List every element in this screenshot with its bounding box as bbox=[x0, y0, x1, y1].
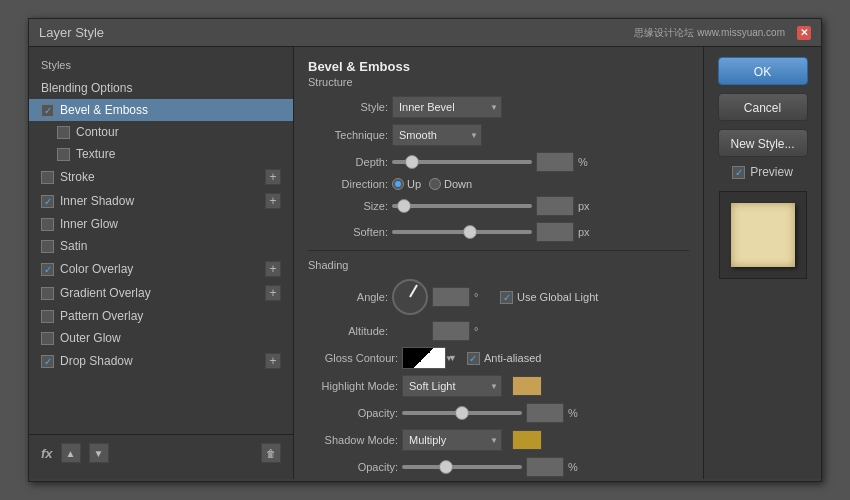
sidebar-item-gradient-overlay[interactable]: Gradient Overlay + bbox=[29, 281, 293, 305]
angle-unit: ° bbox=[474, 291, 490, 303]
highlight-color-swatch[interactable] bbox=[512, 376, 542, 396]
direction-down-radio[interactable]: Down bbox=[429, 178, 472, 190]
stroke-checkbox[interactable] bbox=[41, 171, 54, 184]
close-button[interactable]: ✕ bbox=[797, 26, 811, 40]
inner-glow-checkbox[interactable] bbox=[41, 218, 54, 231]
sidebar-item-outer-glow[interactable]: Outer Glow bbox=[29, 327, 293, 349]
inner-shadow-checkbox[interactable] bbox=[41, 195, 54, 208]
technique-row: Technique: Smooth Chisel Hard Chisel Sof… bbox=[308, 124, 689, 146]
color-overlay-checkbox[interactable] bbox=[41, 263, 54, 276]
sidebar-item-blending[interactable]: Blending Options bbox=[29, 77, 293, 99]
sidebar-item-contour[interactable]: Contour bbox=[29, 121, 293, 143]
depth-slider[interactable] bbox=[392, 160, 532, 164]
direction-radio-group: Up Down bbox=[392, 178, 472, 190]
down-radio-circle bbox=[429, 178, 441, 190]
outer-glow-checkbox[interactable] bbox=[41, 332, 54, 345]
up-radio-circle bbox=[392, 178, 404, 190]
shadow-opacity-row: Opacity: 35 % bbox=[308, 457, 689, 477]
altitude-input[interactable]: 30 bbox=[432, 321, 470, 341]
highlight-mode-select[interactable]: Soft Light Normal Multiply Screen bbox=[402, 375, 502, 397]
depth-label: Depth: bbox=[308, 156, 388, 168]
ok-button[interactable]: OK bbox=[718, 57, 808, 85]
anti-aliased-container[interactable]: Anti-aliased bbox=[467, 352, 541, 365]
style-label: Style: bbox=[308, 101, 388, 113]
size-slider[interactable] bbox=[392, 204, 532, 208]
depth-row: Depth: 100 % bbox=[308, 152, 689, 172]
sidebar-item-drop-shadow[interactable]: Drop Shadow + bbox=[29, 349, 293, 373]
drop-shadow-plus-button[interactable]: + bbox=[265, 353, 281, 369]
direction-up-radio[interactable]: Up bbox=[392, 178, 421, 190]
technique-select[interactable]: Smooth Chisel Hard Chisel Soft bbox=[392, 124, 482, 146]
contour-label: Contour bbox=[76, 125, 119, 139]
sidebar-item-stroke[interactable]: Stroke + bbox=[29, 165, 293, 189]
highlight-opacity-slider[interactable] bbox=[402, 411, 522, 415]
preview-container[interactable]: Preview bbox=[732, 165, 793, 179]
shadow-opacity-slider[interactable] bbox=[402, 465, 522, 469]
angle-input[interactable]: 120 bbox=[432, 287, 470, 307]
contour-checkbox[interactable] bbox=[57, 126, 70, 139]
shadow-mode-row: Shadow Mode: Multiply Normal Screen bbox=[308, 429, 689, 451]
highlight-mode-row: Highlight Mode: Soft Light Normal Multip… bbox=[308, 375, 689, 397]
texture-label: Texture bbox=[76, 147, 115, 161]
satin-checkbox[interactable] bbox=[41, 240, 54, 253]
section-sub: Structure bbox=[308, 76, 689, 88]
color-overlay-plus-button[interactable]: + bbox=[265, 261, 281, 277]
move-down-button[interactable]: ▼ bbox=[89, 443, 109, 463]
fx-label: fx bbox=[41, 446, 53, 461]
bevel-checkbox[interactable] bbox=[41, 104, 54, 117]
cancel-button[interactable]: Cancel bbox=[718, 93, 808, 121]
gloss-contour-preview[interactable] bbox=[402, 347, 446, 369]
sidebar-item-texture[interactable]: Texture bbox=[29, 143, 293, 165]
global-light-container[interactable]: Use Global Light bbox=[500, 291, 598, 304]
shadow-mode-label: Shadow Mode: bbox=[308, 434, 398, 446]
up-radio-label: Up bbox=[407, 178, 421, 190]
sidebar-item-bevel[interactable]: Bevel & Emboss bbox=[29, 99, 293, 121]
sidebar-item-satin[interactable]: Satin bbox=[29, 235, 293, 257]
direction-row: Direction: Up Down bbox=[308, 178, 689, 190]
altitude-row: Altitude: 30 ° bbox=[308, 321, 689, 341]
sidebar-item-color-overlay[interactable]: Color Overlay + bbox=[29, 257, 293, 281]
styles-section-label: Styles bbox=[29, 55, 293, 77]
depth-input[interactable]: 100 bbox=[536, 152, 574, 172]
size-input[interactable]: 9 bbox=[536, 196, 574, 216]
down-radio-label: Down bbox=[444, 178, 472, 190]
angle-label: Angle: bbox=[308, 291, 388, 303]
dialog-title: Layer Style bbox=[39, 25, 104, 40]
sidebar-item-inner-shadow[interactable]: Inner Shadow + bbox=[29, 189, 293, 213]
global-light-checkbox[interactable] bbox=[500, 291, 513, 304]
shadow-mode-select[interactable]: Multiply Normal Screen bbox=[402, 429, 502, 451]
color-overlay-label: Color Overlay bbox=[60, 262, 133, 276]
soften-slider[interactable] bbox=[392, 230, 532, 234]
texture-checkbox[interactable] bbox=[57, 148, 70, 161]
watermark: 思缘设计论坛 www.missyuan.com bbox=[634, 26, 785, 40]
add-layer-style-button[interactable]: ▲ bbox=[61, 443, 81, 463]
soften-unit: px bbox=[578, 226, 594, 238]
angle-dial[interactable] bbox=[392, 279, 428, 315]
preview-image bbox=[731, 203, 795, 267]
style-select[interactable]: Inner Bevel Outer Bevel Emboss Pillow Em… bbox=[392, 96, 502, 118]
divider-1 bbox=[308, 250, 689, 251]
altitude-label: Altitude: bbox=[308, 325, 388, 337]
shadow-color-swatch[interactable] bbox=[512, 430, 542, 450]
new-style-button[interactable]: New Style... bbox=[718, 129, 808, 157]
sidebar-item-pattern-overlay[interactable]: Pattern Overlay bbox=[29, 305, 293, 327]
sidebar-item-inner-glow[interactable]: Inner Glow bbox=[29, 213, 293, 235]
anti-aliased-checkbox[interactable] bbox=[467, 352, 480, 365]
gradient-overlay-checkbox[interactable] bbox=[41, 287, 54, 300]
blending-label: Blending Options bbox=[41, 81, 132, 95]
gradient-overlay-plus-button[interactable]: + bbox=[265, 285, 281, 301]
direction-label: Direction: bbox=[308, 178, 388, 190]
preview-checkbox[interactable] bbox=[732, 166, 745, 179]
shadow-opacity-input[interactable]: 35 bbox=[526, 457, 564, 477]
gloss-contour-select-wrapper[interactable]: ▼ bbox=[402, 347, 457, 369]
soften-input[interactable]: 9 bbox=[536, 222, 574, 242]
drop-shadow-checkbox[interactable] bbox=[41, 355, 54, 368]
highlight-opacity-input[interactable]: 50 bbox=[526, 403, 564, 423]
right-panel: OK Cancel New Style... Preview bbox=[703, 47, 821, 479]
pattern-overlay-label: Pattern Overlay bbox=[60, 309, 143, 323]
inner-shadow-plus-button[interactable]: + bbox=[265, 193, 281, 209]
stroke-plus-button[interactable]: + bbox=[265, 169, 281, 185]
pattern-overlay-checkbox[interactable] bbox=[41, 310, 54, 323]
delete-button[interactable]: 🗑 bbox=[261, 443, 281, 463]
technique-label: Technique: bbox=[308, 129, 388, 141]
